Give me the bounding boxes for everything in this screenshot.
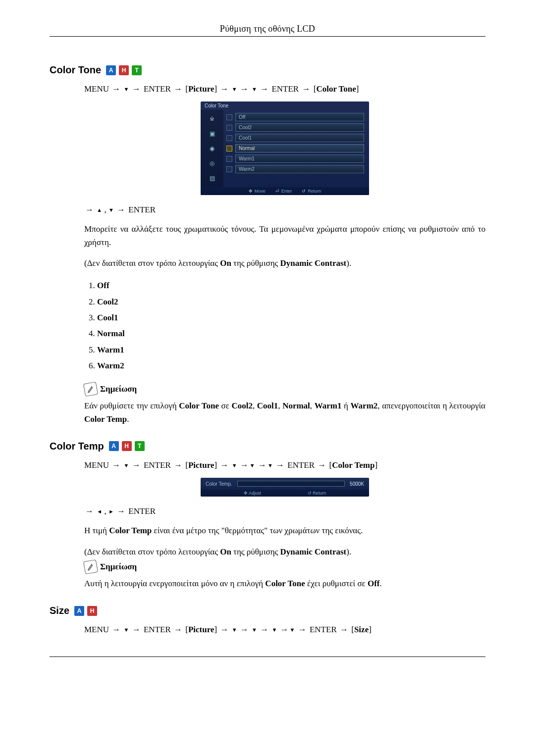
list-item: Normal — [97, 326, 485, 342]
text: . — [127, 414, 129, 424]
osd-slim-top: Color Temp. 5000K — [201, 478, 369, 490]
note-label: Σημείωση — [100, 562, 137, 572]
arrow-icon: → — [131, 84, 142, 94]
osd-side-icon: ▤ — [206, 173, 218, 183]
down-icon: ▼ — [108, 207, 114, 213]
bold-text: Off — [368, 579, 380, 588]
arrow-icon: → — [84, 506, 95, 516]
osd-footer-return: Return — [313, 491, 326, 496]
down-icon: ▼ — [290, 627, 295, 633]
osd-footer: ✥Move ⏎Enter ↺Return — [201, 187, 369, 195]
arrow-icon: → — [131, 460, 142, 470]
bold-text: On — [220, 258, 231, 268]
osd-item-label: Cool1 — [235, 134, 364, 142]
osd-marker-icon — [226, 166, 232, 172]
note-pencil-icon — [83, 559, 98, 574]
enter-icon: ⏎ — [275, 189, 279, 194]
text: (Δεν διατίθεται στον τρόπο λειτουργίας — [84, 547, 220, 556]
text: , — [310, 401, 315, 410]
bold-text: Warm1 — [315, 401, 342, 410]
bold-text: Warm2 — [351, 401, 378, 410]
arrow-icon: → — [339, 625, 349, 634]
bold-text: Normal — [282, 401, 310, 410]
text: Εάν ρυθμίσετε την επιλογή — [84, 401, 179, 410]
list-label: Off — [97, 281, 109, 290]
section-title-label: Size — [50, 605, 69, 616]
text: , απενεργοποιείται η λειτουργία — [377, 401, 485, 410]
arrow-icon: → — [239, 460, 250, 470]
text: έχει ρυθμιστεί σε — [305, 579, 368, 588]
arrow-icon: → — [239, 84, 250, 94]
path-menu: MENU — [84, 625, 111, 634]
move-icon: ✥ — [249, 189, 253, 194]
footer-rule — [50, 656, 485, 657]
text: της ρύθμισης — [231, 258, 280, 268]
text: ). — [346, 258, 351, 268]
osd-side-icon: ◎ — [206, 158, 218, 168]
section-title-color-tone: Color Tone A H T — [50, 64, 485, 76]
paragraph: Η τιμή Color Temp είναι ένα μέτρο της "θ… — [84, 524, 485, 537]
arrow-icon: → — [259, 625, 269, 634]
bold-text: Color Tone — [265, 579, 305, 588]
badge-h-icon: H — [122, 441, 132, 451]
arrow-icon: → — [219, 625, 229, 634]
path-dest: Color Temp — [332, 460, 374, 470]
osd-side-icon: ◉ — [206, 144, 218, 153]
section-title-color-temp: Color Temp A H T — [50, 441, 485, 452]
arrow-icon: → — [173, 84, 183, 94]
comma: , — [104, 205, 108, 214]
osd-marker-icon — [226, 146, 232, 151]
bold-text: Dynamic Contrast — [280, 547, 347, 556]
section-body-size: MENU → ▼ → ENTER → [Picture] → ▼ → ▼ → ▼… — [84, 623, 485, 636]
bold-text: Color Tone — [179, 401, 219, 410]
badge-a-icon: A — [109, 441, 119, 451]
down-icon: ▼ — [232, 462, 237, 468]
page-header: Ρύθμιση της οθόνης LCD — [50, 24, 485, 40]
arrow-icon: → — [301, 84, 311, 94]
osd-item-label: Off — [235, 113, 364, 121]
down-icon: ▼ — [232, 86, 237, 92]
osd-list: Off Cool2 Cool1 Normal Warm1 Warm2 — [223, 110, 369, 187]
osd-item-label: Warm2 — [235, 165, 364, 173]
osd-slim-value: 5000K — [350, 481, 364, 487]
nav-enter: ENTER — [128, 205, 156, 214]
down-icon: ▼ — [124, 627, 129, 633]
arrow-icon: → — [239, 625, 250, 634]
osd-marker-icon — [226, 125, 232, 131]
path-picture: Picture — [188, 84, 214, 94]
path-dest: Size — [354, 625, 369, 634]
osd-marker-icon — [226, 135, 232, 141]
bold-text: Color Temp — [84, 414, 127, 424]
options-list: Off Cool2 Cool1 Normal Warm1 Warm2 — [84, 278, 485, 374]
osd-item: Normal — [226, 144, 364, 152]
osd-item: Warm2 — [226, 165, 364, 173]
text: Αυτή η λειτουργία ενεργοποιείται μόνο αν… — [84, 579, 265, 588]
list-label: Warm1 — [97, 345, 124, 354]
badge-t-icon: T — [135, 441, 145, 451]
osd-footer-return: Return — [308, 189, 321, 194]
arrow-icon: → — [84, 205, 95, 214]
list-item: Off — [97, 278, 485, 294]
down-icon: ▼ — [232, 627, 237, 633]
arrow-icon: → — [111, 84, 121, 94]
list-item: Warm1 — [97, 342, 485, 358]
arrow-icon: → — [116, 506, 126, 516]
bold-text: Color Temp — [109, 526, 152, 535]
path-enter: ENTER — [287, 460, 317, 470]
arrow-icon: → — [279, 625, 290, 634]
header-rule — [50, 36, 485, 37]
arrow-icon: → — [131, 625, 142, 634]
path-picture: Picture — [188, 460, 214, 470]
osd-slim-title: Color Temp. — [206, 481, 232, 487]
osd-slider — [237, 481, 345, 487]
osd-footer-enter: Enter — [281, 189, 292, 194]
osd-item: Off — [226, 113, 364, 121]
path-menu: MENU — [84, 84, 111, 94]
bold-text: Cool2 — [231, 401, 253, 410]
arrow-icon: → — [111, 460, 121, 470]
path-menu: MENU — [84, 460, 111, 470]
osd-item: Cool2 — [226, 123, 364, 132]
list-label: Normal — [97, 329, 125, 338]
text: της ρύθμισης — [231, 547, 280, 556]
left-icon: ◄ — [97, 508, 102, 514]
